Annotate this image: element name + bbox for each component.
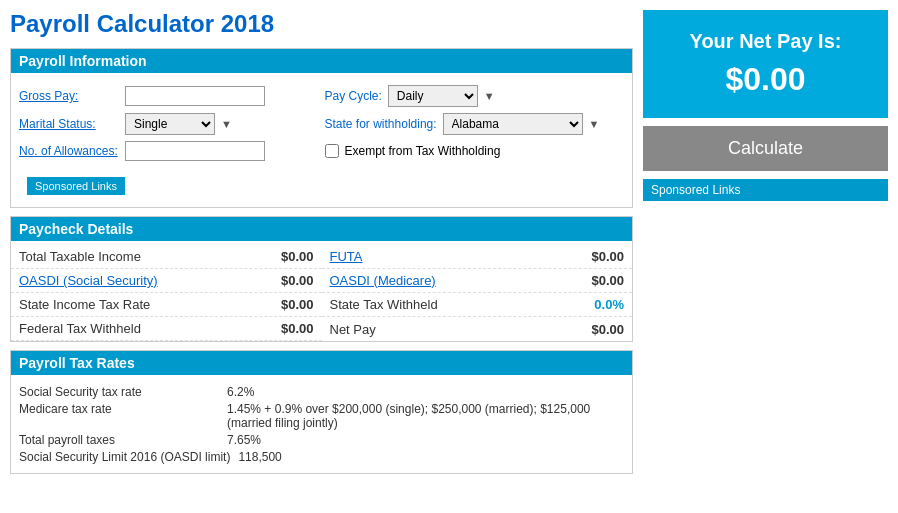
- tax-rate-row-ss: Social Security tax rate 6.2%: [19, 385, 624, 399]
- tax-rates-content: Social Security tax rate 6.2% Medicare t…: [11, 379, 632, 473]
- total-taxable-income-label: Total Taxable Income: [19, 249, 141, 264]
- payroll-info-section: Payroll Information Gross Pay: Pay Cycle…: [10, 48, 633, 208]
- detail-state-income-tax-rate: State Income Tax Rate $0.00: [11, 293, 322, 317]
- tax-rate-row-total: Total payroll taxes 7.65%: [19, 433, 624, 447]
- state-tax-withheld-value: 0.0%: [594, 297, 624, 312]
- gross-pay-label: Gross Pay:: [19, 89, 119, 103]
- payroll-info-header: Payroll Information: [11, 49, 632, 73]
- medicare-rate-label: Medicare tax rate: [19, 402, 219, 430]
- pay-cycle-select[interactable]: Daily Weekly Bi-Weekly Semi-Monthly Mont…: [388, 85, 478, 107]
- total-payroll-tax-value: 7.65%: [227, 433, 261, 447]
- right-panel: Your Net Pay Is: $0.00 Calculate Sponsor…: [643, 10, 888, 474]
- tax-rate-row-oasdi-limit: Social Security Limit 2016 (OASDI limit)…: [19, 450, 624, 464]
- state-label: State for withholding:: [325, 117, 437, 131]
- gross-pay-input[interactable]: [125, 86, 265, 106]
- details-grid: Total Taxable Income $0.00 FUTA $0.00 OA…: [11, 245, 632, 341]
- federal-tax-withheld-value: $0.00: [281, 321, 314, 336]
- total-payroll-tax-label: Total payroll taxes: [19, 433, 219, 447]
- exempt-checkbox[interactable]: [325, 144, 339, 158]
- paycheck-details-section: Paycheck Details Total Taxable Income $0…: [10, 216, 633, 342]
- detail-state-tax-withheld: State Tax Withheld 0.0%: [322, 293, 633, 317]
- allowances-input[interactable]: [125, 141, 265, 161]
- marital-status-row: Marital Status: Single Married ▼: [19, 113, 319, 135]
- pay-cycle-label: Pay Cycle:: [325, 89, 382, 103]
- tax-rates-header: Payroll Tax Rates: [11, 351, 632, 375]
- detail-oasdi-medicare: OASDI (Medicare) $0.00: [322, 269, 633, 293]
- detail-net-pay: Net Pay $0.00: [322, 317, 633, 341]
- detail-total-taxable-income: Total Taxable Income $0.00: [11, 245, 322, 269]
- exempt-label: Exempt from Tax Withholding: [345, 144, 501, 158]
- oasdi-social-label[interactable]: OASDI (Social Security): [19, 273, 158, 288]
- sponsored-links-left: Sponsored Links: [27, 177, 125, 195]
- state-tax-withheld-label: State Tax Withheld: [330, 297, 438, 312]
- marital-status-select[interactable]: Single Married: [125, 113, 215, 135]
- oasdi-social-value: $0.00: [281, 273, 314, 288]
- state-income-tax-rate-value: $0.00: [281, 297, 314, 312]
- paycheck-details-header: Paycheck Details: [11, 217, 632, 241]
- total-taxable-income-value: $0.00: [281, 249, 314, 264]
- medicare-rate-value: 1.45% + 0.9% over $200,000 (single); $25…: [227, 402, 624, 430]
- net-pay-box: Your Net Pay Is: $0.00: [643, 10, 888, 118]
- marital-status-label: Marital Status:: [19, 117, 119, 131]
- pay-cycle-arrow: ▼: [484, 90, 495, 102]
- exempt-row: Exempt from Tax Withholding: [325, 141, 625, 161]
- futa-value: $0.00: [591, 249, 624, 264]
- ss-rate-value: 6.2%: [227, 385, 254, 399]
- oasdi-medicare-label[interactable]: OASDI (Medicare): [330, 273, 436, 288]
- net-pay-title: Your Net Pay Is:: [653, 30, 878, 53]
- net-pay-detail-value: $0.00: [591, 322, 624, 337]
- page-title: Payroll Calculator 2018: [10, 10, 633, 38]
- sponsored-links-right: Sponsored Links: [643, 179, 888, 201]
- gross-pay-row: Gross Pay:: [19, 85, 319, 107]
- oasdi-limit-value: 118,500: [238, 450, 281, 464]
- state-arrow: ▼: [589, 118, 600, 130]
- calculate-button[interactable]: Calculate: [643, 126, 888, 171]
- oasdi-limit-label: Social Security Limit 2016 (OASDI limit): [19, 450, 230, 464]
- detail-oasdi-social: OASDI (Social Security) $0.00: [11, 269, 322, 293]
- detail-federal-tax-withheld: Federal Tax Withheld $0.00: [11, 317, 322, 341]
- detail-futa: FUTA $0.00: [322, 245, 633, 269]
- state-row: State for withholding: Alabama Alaska Ar…: [325, 113, 625, 135]
- marital-status-arrow: ▼: [221, 118, 232, 130]
- allowances-row: No. of Allowances:: [19, 141, 319, 161]
- allowances-label: No. of Allowances:: [19, 144, 119, 158]
- net-pay-label: Net Pay: [330, 322, 376, 337]
- tax-rate-row-medicare: Medicare tax rate 1.45% + 0.9% over $200…: [19, 402, 624, 430]
- tax-rates-section: Payroll Tax Rates Social Security tax ra…: [10, 350, 633, 474]
- futa-label[interactable]: FUTA: [330, 249, 363, 264]
- pay-cycle-row: Pay Cycle: Daily Weekly Bi-Weekly Semi-M…: [325, 85, 625, 107]
- ss-rate-label: Social Security tax rate: [19, 385, 219, 399]
- state-select[interactable]: Alabama Alaska Arizona: [443, 113, 583, 135]
- state-income-tax-rate-label: State Income Tax Rate: [19, 297, 150, 312]
- net-pay-amount: $0.00: [653, 61, 878, 98]
- oasdi-medicare-value: $0.00: [591, 273, 624, 288]
- federal-tax-withheld-label: Federal Tax Withheld: [19, 321, 141, 336]
